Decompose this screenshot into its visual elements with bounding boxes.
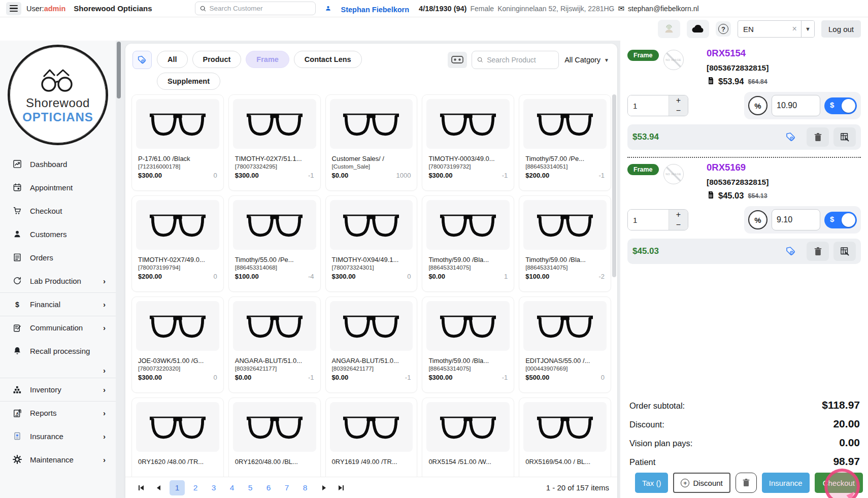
clear-cart-button[interactable] bbox=[736, 473, 757, 493]
filter-pill-contact-lens[interactable]: Contact Lens bbox=[294, 51, 362, 68]
sidebar-item-maintenance[interactable]: Maintenance› bbox=[0, 448, 116, 471]
sidebar-item-reports[interactable]: AReports› bbox=[0, 401, 116, 424]
page-number-7[interactable]: 7 bbox=[279, 480, 294, 495]
percent-badge-icon[interactable]: % bbox=[748, 96, 767, 115]
next-page-button[interactable] bbox=[316, 480, 331, 495]
product-card[interactable]: 0RX5154 /51.00 /W... bbox=[422, 397, 514, 477]
product-card[interactable]: Customer Sales/ /[Custom_Sale]$0.001000 bbox=[325, 94, 418, 191]
item-details-button[interactable] bbox=[833, 242, 856, 261]
product-card[interactable]: TIMOTHY-02X7/51.1...[780073324295]$300.0… bbox=[228, 94, 321, 191]
grid-scrollbar-thumb[interactable] bbox=[612, 94, 616, 277]
product-card[interactable]: TIMOTHY-0X94/49.1...[780073324301]$300.0… bbox=[325, 195, 418, 292]
add-tag-button[interactable] bbox=[132, 51, 152, 69]
product-card[interactable]: 0RX5169/54.00 / BL... bbox=[519, 397, 611, 477]
help-button[interactable]: ? bbox=[716, 21, 731, 37]
product-search[interactable] bbox=[472, 51, 559, 69]
item-code[interactable]: 0RX5154 bbox=[707, 48, 861, 59]
filter-pill-frame[interactable]: Frame bbox=[246, 51, 289, 68]
page-number-3[interactable]: 3 bbox=[206, 480, 221, 495]
checkout-button[interactable]: Checkout bbox=[815, 473, 863, 493]
product-card[interactable]: EDITJONAS/55.00 /...[000443907669]$500.0… bbox=[519, 296, 611, 393]
barcode-scanner-button[interactable] bbox=[448, 52, 467, 68]
product-card[interactable]: Timothy/57.00 /Pe...[886453314051]$200.0… bbox=[519, 94, 611, 191]
language-dropdown-icon[interactable]: ▼ bbox=[801, 21, 814, 37]
sidebar-item-insurance[interactable]: Insurance› bbox=[0, 424, 116, 448]
product-card[interactable]: Timothy/59.00 /Bla...[886453314075]$300.… bbox=[422, 296, 514, 393]
sidebar-item-inventory[interactable]: Inventory› bbox=[0, 378, 116, 401]
quantity-decrease-button[interactable]: − bbox=[669, 106, 688, 116]
language-select[interactable]: EN × ▼ bbox=[738, 20, 815, 38]
product-card[interactable]: 0RY1620 /48.00 /TR... bbox=[131, 397, 224, 477]
sidebar-item-orders[interactable]: Orders bbox=[0, 246, 116, 269]
product-card[interactable]: Timothy/55.00 /Pe...[886453314068]$100.0… bbox=[228, 195, 321, 292]
product-card[interactable]: Timothy/59.00 /Bla...[886453314075]$0.00… bbox=[422, 195, 514, 292]
currency-toggle[interactable]: $ bbox=[824, 212, 857, 228]
category-dropdown[interactable]: All Catgory ▼ bbox=[563, 53, 610, 67]
patient-name[interactable]: Stephan Fiebelkorn bbox=[335, 4, 416, 14]
item-tag-button[interactable] bbox=[780, 127, 802, 147]
sidebar-item-dashboard[interactable]: Dashboard bbox=[0, 152, 116, 176]
insurance-button[interactable]: Insurance bbox=[762, 473, 810, 493]
product-card[interactable]: TIMOTHY-02X7/49.0...[780073199794]$200.0… bbox=[131, 195, 224, 292]
cloud-sync-button[interactable] bbox=[687, 20, 709, 38]
sidebar-submenu-chevron[interactable]: › bbox=[0, 362, 116, 378]
sidebar-item-checkout[interactable]: Checkout bbox=[0, 199, 116, 222]
sidebar-item-financial[interactable]: $Financial› bbox=[0, 292, 116, 316]
percent-badge-icon[interactable]: % bbox=[748, 210, 767, 229]
product-price: $0.00 bbox=[428, 273, 445, 280]
page-number-6[interactable]: 6 bbox=[261, 480, 276, 495]
tax-button[interactable]: Tax () bbox=[635, 473, 669, 493]
discount-input[interactable] bbox=[772, 209, 820, 230]
sidebar-item-communication[interactable]: Communication› bbox=[0, 316, 116, 339]
quantity-increase-button[interactable]: + bbox=[669, 95, 688, 106]
dashboard-icon bbox=[12, 159, 22, 169]
product-search-input[interactable] bbox=[487, 56, 547, 64]
first-page-button[interactable] bbox=[133, 480, 149, 495]
item-code[interactable]: 0RX5169 bbox=[707, 162, 861, 173]
clear-language-icon[interactable]: × bbox=[788, 24, 801, 34]
product-image bbox=[136, 99, 219, 149]
filter-pill-supplement[interactable]: Supplement bbox=[157, 73, 220, 90]
product-card[interactable]: ANGARA-BLUT/51.0...[803926421177]$0.00-1 bbox=[325, 296, 418, 393]
product-card[interactable]: 0RY1620/48.00 /BL... bbox=[228, 397, 321, 477]
item-details-button[interactable] bbox=[833, 127, 856, 147]
quantity-input[interactable] bbox=[628, 95, 669, 116]
page-number-5[interactable]: 5 bbox=[243, 480, 258, 495]
sidebar-item-appointment[interactable]: Appointment bbox=[0, 176, 116, 199]
product-card[interactable]: JOE-03WK/51.00 /G...[780073220320]$300.0… bbox=[131, 296, 224, 393]
discount-button[interactable]: +Discount bbox=[673, 473, 730, 493]
quantity-increase-button[interactable]: + bbox=[669, 210, 688, 220]
product-card[interactable]: TIMOTHY-0003/49.0...[780073199732]$300.0… bbox=[422, 94, 514, 191]
product-card[interactable]: ANGARA-BLUT/51.0...[803926421177]$0.00-1 bbox=[228, 296, 321, 393]
currency-toggle[interactable]: $ bbox=[824, 97, 857, 114]
quantity-stepper[interactable]: +− bbox=[627, 95, 688, 116]
hamburger-menu-icon[interactable] bbox=[6, 2, 21, 15]
sidebar-item-lab-production[interactable]: Lab Production› bbox=[0, 269, 116, 292]
product-card[interactable]: P-17/61.00 /Black[712316000178]$300.000 bbox=[131, 94, 224, 191]
customer-search-input[interactable] bbox=[210, 5, 311, 12]
page-number-1[interactable]: 1 bbox=[170, 480, 185, 495]
filter-pill-all[interactable]: All bbox=[157, 51, 188, 68]
discount-input[interactable] bbox=[772, 95, 820, 116]
page-number-4[interactable]: 4 bbox=[224, 480, 240, 495]
quantity-stepper[interactable]: +− bbox=[627, 209, 688, 230]
sidebar-scrollbar[interactable] bbox=[116, 41, 121, 498]
sidebar-item-customers[interactable]: Customers bbox=[0, 222, 116, 246]
support-agent-button[interactable] bbox=[658, 20, 680, 38]
item-delete-button[interactable] bbox=[807, 127, 829, 147]
previous-page-button[interactable] bbox=[151, 480, 166, 495]
page-number-8[interactable]: 8 bbox=[297, 480, 313, 495]
product-card[interactable]: 0RY1619 /49.00 /TR... bbox=[325, 397, 418, 477]
page-number-2[interactable]: 2 bbox=[188, 480, 203, 495]
product-card[interactable]: Timothy/59.00 /Bla...[886453314075]$100.… bbox=[519, 195, 611, 292]
sidebar-scrollbar-thumb[interactable] bbox=[117, 42, 121, 98]
item-tag-button[interactable] bbox=[780, 242, 802, 261]
sidebar-item-recall-processing[interactable]: Recall processing bbox=[0, 339, 116, 362]
quantity-input[interactable] bbox=[628, 210, 669, 230]
quantity-decrease-button[interactable]: − bbox=[669, 220, 688, 230]
last-page-button[interactable] bbox=[333, 480, 349, 495]
filter-pill-product[interactable]: Product bbox=[192, 51, 242, 68]
customer-search[interactable] bbox=[195, 2, 316, 15]
item-delete-button[interactable] bbox=[807, 242, 829, 261]
logout-button[interactable]: Log out bbox=[821, 20, 861, 38]
